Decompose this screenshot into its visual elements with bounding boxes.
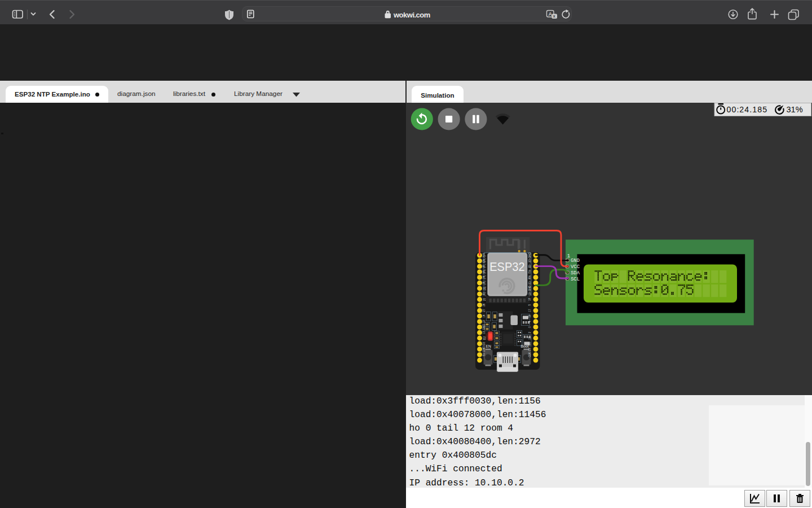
svg-text:VCC: VCC bbox=[571, 264, 580, 270]
svg-text:0: 0 bbox=[528, 326, 531, 328]
svg-text:SDA: SDA bbox=[571, 270, 580, 276]
svg-text:RX: RX bbox=[528, 275, 531, 279]
svg-text:27: 27 bbox=[483, 309, 486, 312]
svg-text:12: 12 bbox=[483, 320, 486, 323]
svg-text:SCL: SCL bbox=[571, 277, 580, 282]
svg-text:26: 26 bbox=[483, 303, 486, 306]
svg-text:EN: EN bbox=[483, 259, 486, 262]
svg-text:TX: TX bbox=[528, 270, 531, 274]
svg-text:EN: EN bbox=[486, 344, 492, 348]
svg-text:14: 14 bbox=[483, 314, 486, 318]
svg-text:VP: VP bbox=[483, 265, 486, 268]
svg-text:4: 4 bbox=[528, 321, 531, 322]
svg-text:25: 25 bbox=[483, 298, 486, 301]
svg-text:x: x bbox=[553, 14, 555, 18]
svg-text:D2: D2 bbox=[483, 336, 486, 340]
svg-text:GND: GND bbox=[571, 258, 580, 264]
svg-text:Boot: Boot bbox=[521, 344, 529, 348]
svg-text:13: 13 bbox=[483, 331, 486, 334]
svg-text:GND: GND bbox=[528, 252, 531, 259]
svg-text:22: 22 bbox=[528, 265, 531, 268]
svg-text:18: 18 bbox=[528, 298, 531, 301]
svg-text:34: 34 bbox=[483, 275, 486, 279]
svg-text:32: 32 bbox=[483, 287, 486, 290]
svg-text:2: 2 bbox=[528, 331, 531, 333]
svg-text:D1: D1 bbox=[528, 341, 531, 345]
svg-text:A: A bbox=[549, 11, 553, 17]
svg-text:CLK: CLK bbox=[528, 352, 531, 357]
svg-text:35: 35 bbox=[483, 281, 486, 284]
svg-text:5V: 5V bbox=[483, 353, 486, 357]
svg-text:D3: D3 bbox=[483, 341, 486, 345]
svg-text:wokwi.com: wokwi.com bbox=[393, 11, 430, 19]
svg-text:D0: D0 bbox=[528, 347, 531, 351]
svg-text:33: 33 bbox=[483, 292, 486, 296]
svg-text:17: 17 bbox=[528, 309, 531, 312]
svg-text:GND: GND bbox=[483, 324, 486, 330]
svg-text:00:24.185: 00:24.185 bbox=[727, 105, 768, 114]
svg-text:23: 23 bbox=[528, 259, 531, 262]
svg-text:19: 19 bbox=[528, 292, 531, 296]
svg-text:3V3: 3V3 bbox=[483, 253, 486, 258]
svg-text:1: 1 bbox=[567, 253, 570, 259]
svg-text:15: 15 bbox=[528, 336, 531, 340]
svg-text:31%: 31% bbox=[787, 105, 803, 114]
svg-text:ESP32: ESP32 bbox=[489, 260, 525, 274]
svg-text:VN: VN bbox=[483, 270, 486, 273]
svg-text:GND: GND bbox=[528, 285, 531, 291]
svg-text:16: 16 bbox=[528, 314, 531, 318]
svg-text:CMD: CMD bbox=[483, 346, 486, 352]
svg-text:5: 5 bbox=[528, 304, 531, 306]
svg-text:21: 21 bbox=[528, 281, 531, 284]
